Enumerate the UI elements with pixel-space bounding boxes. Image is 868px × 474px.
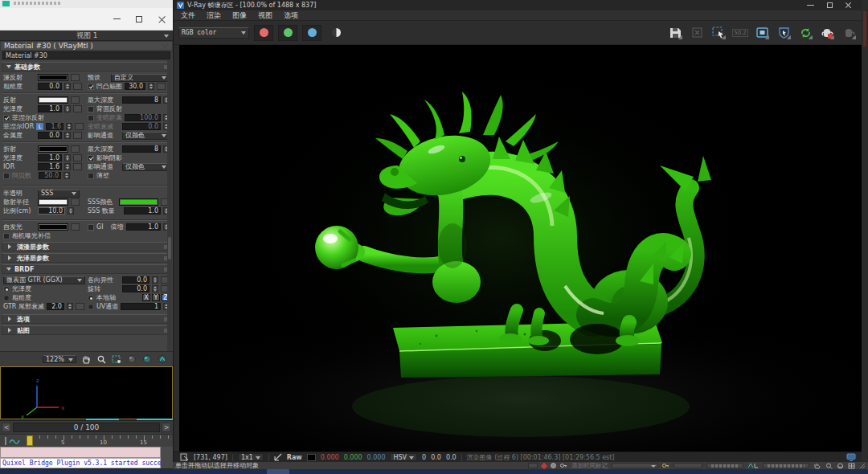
globe-icon[interactable] — [551, 463, 556, 468]
selection-lock-icon[interactable] — [541, 462, 547, 468]
rollout-sheen[interactable]: 光泽层参数 — [2, 253, 171, 263]
zoom-view-icon[interactable] — [825, 463, 833, 469]
refract-gloss-map-button[interactable] — [73, 154, 82, 161]
reflect-map-button[interactable] — [71, 96, 80, 104]
bump-checkbox[interactable] — [88, 84, 94, 90]
scatter-radius-map-button[interactable] — [71, 198, 80, 206]
render-button[interactable] — [819, 26, 835, 40]
isolate-toggle[interactable] — [528, 463, 538, 468]
sss-amount-value[interactable]: 1.0 — [124, 207, 161, 215]
gloss-spinner[interactable] — [64, 105, 71, 112]
prev-frame-button[interactable]: < — [2, 423, 11, 432]
max-depth-value[interactable]: 8 — [122, 96, 161, 104]
next-frame-button[interactable]: > — [162, 423, 171, 432]
scale-spinner[interactable] — [68, 207, 74, 215]
gtr-falloff-map-button[interactable] — [76, 303, 84, 310]
thin-walled-checkbox[interactable] — [88, 173, 94, 179]
params-scrollbar[interactable] — [167, 60, 172, 351]
max-viewport[interactable]: z x y — [0, 366, 173, 419]
vfb-close-button[interactable] — [839, 1, 858, 10]
material-sphere-icon[interactable] — [126, 354, 137, 364]
abbe-value[interactable]: 50.0 — [39, 172, 61, 179]
zoom-region-icon[interactable] — [111, 354, 122, 364]
red-channel-button[interactable] — [254, 25, 273, 41]
display-correction-icon[interactable] — [846, 453, 856, 461]
roughness-value[interactable]: 0.0 — [38, 83, 62, 90]
abbe-spinner[interactable] — [63, 172, 70, 179]
rollout-options[interactable]: 选项 — [2, 314, 171, 324]
ior-map-button[interactable] — [73, 163, 82, 170]
stop-render-button[interactable] — [841, 26, 857, 40]
abbe-checkbox[interactable] — [3, 173, 10, 179]
fresnel-ior-spinner[interactable] — [66, 123, 72, 130]
brdf-roughness-radio[interactable] — [3, 295, 10, 301]
blue-channel-button[interactable] — [302, 25, 321, 41]
hsv-dropdown[interactable]: HSV — [390, 453, 417, 461]
rotation-spinner[interactable] — [152, 285, 158, 292]
fresnel-checkbox[interactable] — [3, 115, 10, 121]
menu-view[interactable]: 视图 — [258, 10, 272, 21]
pan-view-icon[interactable] — [813, 463, 821, 469]
self-illum-map-button[interactable] — [71, 223, 80, 231]
statusbar-dropdown[interactable] — [612, 463, 658, 468]
green-channel-button[interactable] — [278, 25, 297, 41]
bump-map-button[interactable] — [157, 83, 166, 90]
ior-value[interactable]: 1.6 — [38, 163, 62, 170]
metalness-value[interactable]: 0.0 — [38, 132, 62, 139]
translucency-dropdown[interactable]: SSS — [38, 190, 80, 198]
microfacet-dropdown[interactable]: 微表面 GTR (GGX) — [3, 276, 85, 284]
statusbar-button[interactable] — [706, 463, 743, 468]
menu-render[interactable]: 渲染 — [207, 10, 221, 21]
refract-gloss-spinner[interactable] — [64, 154, 71, 161]
maximize-button[interactable] — [128, 12, 150, 27]
scatter-radius-swatch[interactable] — [38, 198, 68, 206]
gloss-map-button[interactable] — [73, 105, 82, 112]
bump-spinner[interactable] — [148, 83, 154, 90]
menu-image[interactable]: 图像 — [232, 10, 247, 21]
key-filter-icon[interactable] — [3, 435, 24, 447]
pan-hand-icon[interactable] — [80, 354, 92, 364]
dim-distance-value[interactable]: 100.0 — [125, 114, 161, 121]
rollout-brdf[interactable]: BRDF — [2, 264, 171, 274]
listener-scroll-strip[interactable] — [161, 447, 173, 468]
clear-image-button[interactable] — [689, 26, 705, 40]
rollout-basic-params[interactable]: 基础参数 — [2, 62, 171, 72]
camera-exposure-checkbox[interactable] — [3, 233, 10, 239]
maximize-viewport-icon[interactable] — [848, 463, 855, 469]
uv-channel-value[interactable]: 1 — [121, 303, 161, 310]
sample-size-dropdown[interactable]: 1x1 — [238, 453, 264, 461]
statusbar-field[interactable] — [674, 463, 702, 468]
reflect-color-swatch[interactable] — [38, 96, 68, 104]
chevron-down-icon[interactable] — [164, 35, 169, 40]
refract-map-button[interactable] — [71, 145, 80, 153]
gtr-falloff-spinner[interactable] — [67, 303, 73, 310]
frame-counter-field[interactable]: 0 / 100 — [13, 423, 160, 432]
time-ruler[interactable]: 5 10 15 — [0, 434, 173, 447]
diffuse-color-swatch[interactable] — [38, 74, 68, 81]
render-last-button[interactable] — [797, 26, 813, 40]
gloss-value[interactable]: 1.0 — [38, 105, 62, 112]
gi-checkbox[interactable] — [88, 224, 94, 231]
set-key-icon[interactable] — [662, 463, 669, 468]
metalness-map-button[interactable] — [73, 132, 82, 139]
dim-distance-checkbox[interactable] — [88, 115, 94, 121]
sss-color-swatch[interactable] — [119, 198, 158, 206]
rollout-coat[interactable]: 清漆层参数 — [2, 242, 171, 251]
mono-channel-button[interactable] — [326, 25, 346, 41]
uv-channel-radio[interactable] — [88, 304, 94, 310]
axis-x-button[interactable]: X — [142, 294, 150, 301]
fresnel-ior-value[interactable]: 1.6 — [46, 123, 63, 130]
bump-value[interactable]: 30.0 — [125, 83, 145, 90]
material-close-icon[interactable] — [162, 43, 169, 50]
orbit-view-icon[interactable] — [837, 463, 844, 469]
maxscript-listener-pane[interactable]: Quixel Bridge Plugin v5.3.1 started succ… — [0, 458, 161, 468]
fit-to-window-button[interactable] — [754, 26, 770, 40]
metalness-spinner[interactable] — [64, 132, 71, 139]
macro-recorder-pane[interactable] — [0, 447, 161, 458]
diffuse-map-button[interactable] — [71, 74, 80, 81]
affect-shadows-checkbox[interactable] — [88, 155, 94, 161]
local-axis-radio[interactable] — [88, 295, 94, 301]
menu-options[interactable]: 选项 — [284, 10, 298, 21]
vfb-maximize-button[interactable] — [820, 1, 839, 10]
show-background-icon[interactable] — [157, 354, 168, 364]
